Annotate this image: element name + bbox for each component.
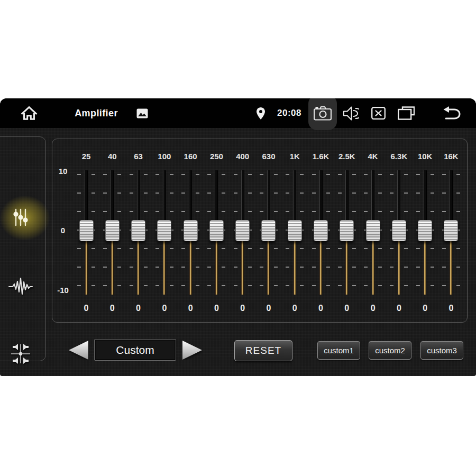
band-slider[interactable] xyxy=(334,170,360,295)
eq-band-160: 160 0 xyxy=(178,139,203,323)
band-slider[interactable] xyxy=(256,170,281,295)
band-freq-label: 4K xyxy=(368,151,378,162)
eq-band-25: 25 0 xyxy=(74,139,99,323)
band-slider[interactable] xyxy=(152,170,177,295)
eq-band-10k: 10K 0 xyxy=(413,139,438,323)
location-icon xyxy=(257,107,265,120)
custom1-button[interactable]: custom1 xyxy=(317,341,360,360)
slider-knob[interactable] xyxy=(418,220,432,241)
eq-band-16k: 16K 0 xyxy=(438,139,464,323)
custom3-button-label: custom3 xyxy=(427,346,457,355)
band-slider[interactable] xyxy=(178,170,203,295)
slider-knob[interactable] xyxy=(105,220,120,241)
gallery-icon xyxy=(136,108,148,118)
band-freq-label: 63 xyxy=(134,151,143,162)
band-slider[interactable] xyxy=(74,170,99,295)
band-freq-label: 16K xyxy=(444,151,459,162)
camera-icon xyxy=(314,106,332,121)
slider-knob[interactable] xyxy=(157,220,171,241)
slider-knob[interactable] xyxy=(392,220,406,241)
band-slider[interactable] xyxy=(99,170,125,295)
arrow-right-icon xyxy=(182,340,203,360)
slider-knob[interactable] xyxy=(314,220,328,241)
slider-knob[interactable] xyxy=(261,220,276,241)
slider-knob[interactable] xyxy=(209,220,224,241)
band-freq-label: 1.6K xyxy=(313,151,329,162)
eq-band-250: 250 0 xyxy=(204,139,229,323)
slider-knob[interactable] xyxy=(184,220,198,241)
equalizer-panel: 10 0 -10 25 0 40 xyxy=(52,139,468,323)
band-value: 0 xyxy=(397,303,401,314)
band-value: 0 xyxy=(162,303,167,314)
band-freq-label: 25 xyxy=(82,151,91,162)
band-freq-label: 630 xyxy=(262,151,275,162)
sidebar-item-balance-fader[interactable] xyxy=(0,327,47,376)
band-value: 0 xyxy=(110,303,115,314)
recent-apps-icon xyxy=(398,106,415,120)
arrow-left-icon xyxy=(68,340,89,360)
eq-band-6-3k: 6.3K 0 xyxy=(386,139,411,323)
speakers-crosshair-icon xyxy=(8,342,33,366)
band-value: 0 xyxy=(240,303,245,314)
custom2-button-label: custom2 xyxy=(375,346,405,355)
sidebar-item-sound-effect[interactable] xyxy=(0,260,47,313)
preset-name-box[interactable]: Custom xyxy=(94,339,176,361)
slider-knob[interactable] xyxy=(288,220,302,241)
band-value: 0 xyxy=(448,303,453,314)
band-slider[interactable] xyxy=(282,170,307,295)
slider-knob[interactable] xyxy=(444,220,458,241)
band-slider[interactable] xyxy=(386,170,411,295)
volume-icon xyxy=(343,106,359,121)
band-slider[interactable] xyxy=(126,170,151,295)
eq-band-100: 100 0 xyxy=(152,139,177,323)
band-slider[interactable] xyxy=(308,170,334,295)
band-slider[interactable] xyxy=(438,170,464,295)
eq-band-63: 63 0 xyxy=(126,139,151,323)
band-slider[interactable] xyxy=(360,170,386,295)
eq-bands: 25 0 40 0 xyxy=(52,139,468,323)
sidebar-item-equalizer[interactable] xyxy=(0,191,47,244)
custom3-button[interactable]: custom3 xyxy=(420,341,463,360)
band-freq-label: 2.5K xyxy=(338,151,355,162)
custom1-button-label: custom1 xyxy=(324,346,354,355)
close-app-button[interactable] xyxy=(371,98,386,128)
band-freq-label: 400 xyxy=(236,151,249,162)
eq-band-630: 630 0 xyxy=(256,139,281,323)
slider-knob[interactable] xyxy=(340,220,354,241)
band-freq-label: 250 xyxy=(210,151,223,162)
reset-button[interactable]: RESET xyxy=(234,340,292,361)
recent-apps-button[interactable] xyxy=(397,98,415,128)
eq-band-4k: 4K 0 xyxy=(360,139,386,323)
back-icon xyxy=(442,106,461,120)
custom2-button[interactable]: custom2 xyxy=(369,341,411,360)
preset-prev-button[interactable] xyxy=(68,340,89,360)
waveform-icon xyxy=(8,276,33,297)
band-slider[interactable] xyxy=(230,170,255,295)
band-freq-label: 160 xyxy=(184,151,197,162)
band-slider[interactable] xyxy=(413,170,438,295)
band-slider[interactable] xyxy=(204,170,229,295)
sidebar xyxy=(0,136,46,361)
band-value: 0 xyxy=(318,303,323,314)
page-title: Amplifier xyxy=(70,98,123,128)
slider-knob[interactable] xyxy=(366,220,380,241)
clock: 20:08 xyxy=(274,98,305,128)
preset-next-button[interactable] xyxy=(182,340,203,360)
eq-band-1k: 1K 0 xyxy=(282,139,307,323)
eq-band-400: 400 0 xyxy=(230,139,255,323)
camera-button[interactable] xyxy=(308,98,337,130)
band-freq-label: 10K xyxy=(418,151,433,162)
reset-button-label: RESET xyxy=(245,345,281,356)
slider-knob[interactable] xyxy=(131,220,145,241)
back-button[interactable] xyxy=(441,98,461,128)
band-freq-label: 6.3K xyxy=(391,151,408,162)
band-value: 0 xyxy=(84,303,89,314)
eq-band-1-6k: 1.6K 0 xyxy=(308,139,334,323)
band-freq-label: 40 xyxy=(108,151,117,162)
volume-button[interactable] xyxy=(343,98,360,128)
gallery-button[interactable] xyxy=(136,98,149,128)
slider-knob[interactable] xyxy=(79,220,94,241)
slider-knob[interactable] xyxy=(235,220,250,241)
eq-band-40: 40 0 xyxy=(99,139,125,323)
home-button[interactable] xyxy=(19,98,39,128)
